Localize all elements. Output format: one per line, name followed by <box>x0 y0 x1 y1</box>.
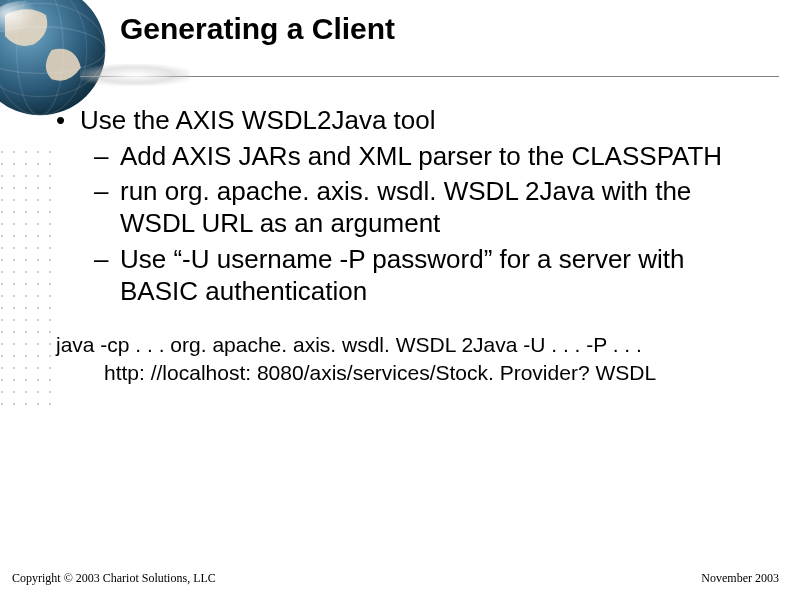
bullet-level2: Add AXIS JARs and XML parser to the CLAS… <box>56 141 759 173</box>
command-example: java -cp . . . org. apache. axis. wsdl. … <box>56 331 759 386</box>
command-line-2: http: //localhost: 8080/axis/services/St… <box>56 359 759 386</box>
bullet-text: Add AXIS JARs and XML parser to the CLAS… <box>120 141 722 171</box>
bullet-text: Use the AXIS WSDL2Java tool <box>80 105 436 135</box>
bullet-text: Use “-U username -P password” for a serv… <box>120 244 684 306</box>
slide: Generating a Client Use the AXIS WSDL2Ja… <box>0 0 799 598</box>
footer-copyright: Copyright © 2003 Chariot Solutions, LLC <box>12 571 216 586</box>
side-dot-mesh <box>0 150 60 410</box>
title-underline <box>80 64 779 88</box>
bullet-level1: Use the AXIS WSDL2Java tool <box>56 105 759 137</box>
bullet-level2: Use “-U username -P password” for a serv… <box>56 244 759 307</box>
command-line-1: java -cp . . . org. apache. axis. wsdl. … <box>56 333 642 356</box>
slide-title: Generating a Client <box>120 12 395 46</box>
slide-body: Use the AXIS WSDL2Java tool Add AXIS JAR… <box>56 105 759 386</box>
globe-image <box>0 0 110 120</box>
bullet-text: run org. apache. axis. wsdl. WSDL 2Java … <box>120 176 691 238</box>
footer-date: November 2003 <box>701 571 779 586</box>
bullet-level2: run org. apache. axis. wsdl. WSDL 2Java … <box>56 176 759 239</box>
